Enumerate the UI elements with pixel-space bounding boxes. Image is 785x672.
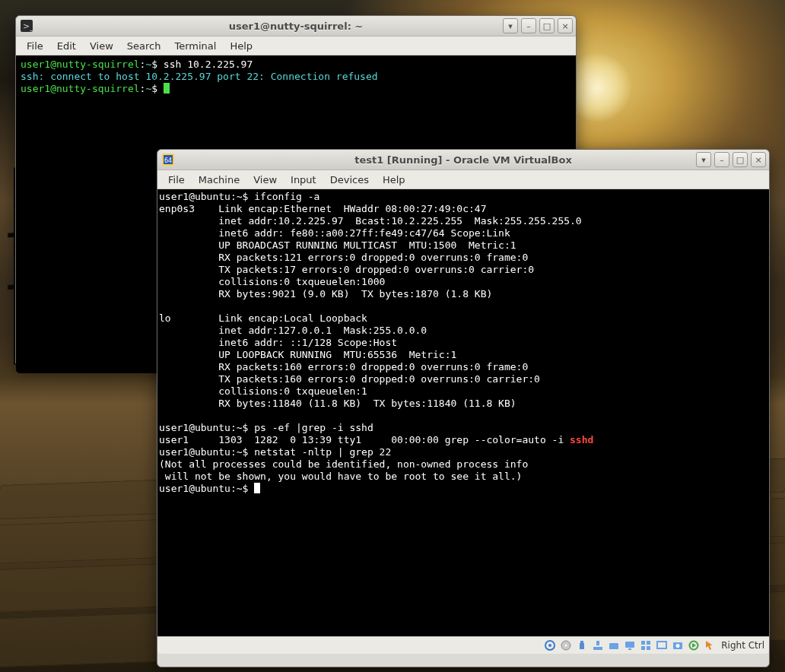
term-line: user1@ubuntu:~$ netstat -nltp | grep 22 <box>159 446 391 458</box>
snapshot-icon[interactable] <box>672 639 684 651</box>
menu-file[interactable]: File <box>162 172 191 188</box>
term-line: inet6 addr: ::1/128 Scope:Host <box>159 337 397 348</box>
host-titlebar[interactable]: >_ user1@nutty-squirrel: ~ ▾ – □ × <box>16 16 576 36</box>
menu-view[interactable]: View <box>247 172 283 188</box>
svg-rect-20 <box>657 642 666 648</box>
host-key-label: Right Ctrl <box>721 640 764 651</box>
menu-edit[interactable]: Edit <box>51 38 82 54</box>
svg-text:>_: >_ <box>23 21 33 31</box>
svg-rect-11 <box>593 647 602 650</box>
display-icon[interactable] <box>624 639 636 651</box>
menu-view[interactable]: View <box>84 38 119 54</box>
prompt-path: ~ <box>145 83 151 94</box>
minimize-button[interactable]: – <box>714 152 729 167</box>
term-line: user1 1303 1282 0 13:39 tty1 00:00:00 gr… <box>159 434 570 445</box>
svg-point-8 <box>565 645 567 647</box>
ssh-error: ssh: connect to host 10.2.225.97 port 22… <box>21 71 378 82</box>
menu-input[interactable]: Input <box>284 172 323 188</box>
vbox-window-title: test1 [Running] - Oracle VM VirtualBox <box>157 154 769 166</box>
window-menu-button[interactable]: ▾ <box>696 152 711 167</box>
cmd-text: ssh 10.2.225.97 <box>164 59 253 70</box>
shared-folder-icon[interactable] <box>608 639 620 651</box>
term-line: inet addr:127.0.0.1 Mask:255.0.0.0 <box>159 325 427 336</box>
menu-terminal[interactable]: Terminal <box>168 38 222 54</box>
cd-icon[interactable] <box>560 639 572 651</box>
svg-text:64: 64 <box>164 157 172 164</box>
term-line: RX packets:160 errors:0 dropped:0 overru… <box>159 361 528 372</box>
virtualbox-window[interactable]: 64 test1 [Running] - Oracle VM VirtualBo… <box>157 149 770 667</box>
cursor-icon <box>254 483 260 493</box>
term-line: user1@ubuntu:~$ <box>159 483 254 494</box>
usb-icon[interactable] <box>576 639 588 651</box>
minimize-button[interactable]: – <box>521 18 536 33</box>
svg-rect-12 <box>596 641 599 645</box>
svg-rect-13 <box>609 643 618 649</box>
term-line: collisions:0 txqueuelen:1000 <box>159 276 385 287</box>
svg-rect-15 <box>628 648 631 650</box>
term-line: collisions:0 txqueuelen:1 <box>159 385 367 397</box>
term-line: RX bytes:9021 (9.0 KB) TX bytes:1870 (1.… <box>159 288 492 300</box>
vbox-menubar: File Machine View Input Devices Help <box>157 170 769 189</box>
term-line: user1@ubuntu:~$ ifconfig -a <box>159 191 319 202</box>
host-window-title: user1@nutty-squirrel: ~ <box>16 21 576 32</box>
term-line: UP LOOPBACK RUNNING MTU:65536 Metric:1 <box>159 349 456 360</box>
svg-rect-19 <box>647 646 650 650</box>
svg-rect-16 <box>641 641 645 645</box>
close-button[interactable]: × <box>751 152 766 167</box>
window-menu-button[interactable]: ▾ <box>503 18 518 33</box>
svg-rect-17 <box>647 641 650 645</box>
settings-icon[interactable] <box>544 639 556 651</box>
term-line: RX packets:121 errors:0 dropped:0 overru… <box>159 252 528 263</box>
guest-terminal-output[interactable]: user1@ubuntu:~$ ifconfig -a enp0s3 Link … <box>157 189 769 636</box>
prompt-user: user1@nutty-squirrel <box>21 59 140 70</box>
term-line: UP BROADCAST RUNNING MULTICAST MTU:1500 … <box>159 239 516 251</box>
menu-devices[interactable]: Devices <box>324 172 375 188</box>
maximize-button[interactable]: □ <box>733 152 748 167</box>
fullscreen-icon[interactable] <box>640 639 652 651</box>
grep-match: sshd <box>570 434 593 445</box>
network-icon[interactable] <box>592 639 604 651</box>
terminal-icon: >_ <box>21 20 33 32</box>
recording-icon[interactable] <box>688 639 700 651</box>
term-line: TX packets:17 errors:0 dropped:0 overrun… <box>159 264 534 275</box>
term-line: inet6 addr: fe80::a00:27ff:fe49:c47/64 S… <box>159 227 510 239</box>
menu-help[interactable]: Help <box>377 172 412 188</box>
term-line: enp0s3 Link encap:Ethernet HWaddr 08:00:… <box>159 203 486 214</box>
menu-search[interactable]: Search <box>121 38 167 54</box>
svg-rect-14 <box>625 642 634 648</box>
maximize-button[interactable]: □ <box>539 18 555 33</box>
vbox-statusbar: Right Ctrl <box>157 636 769 654</box>
svg-rect-18 <box>641 646 645 650</box>
term-line: will not be shown, you would have to be … <box>159 471 522 482</box>
svg-point-22 <box>676 644 680 648</box>
vbox-titlebar[interactable]: 64 test1 [Running] - Oracle VM VirtualBo… <box>157 150 769 170</box>
menu-help[interactable]: Help <box>224 38 259 54</box>
term-line: (Not all processes could be identified, … <box>159 458 528 470</box>
term-line: TX packets:160 errors:0 dropped:0 overru… <box>159 373 540 385</box>
cursor-icon <box>164 83 170 94</box>
close-button[interactable]: × <box>558 18 573 33</box>
mouse-icon[interactable] <box>704 639 716 651</box>
svg-point-6 <box>548 644 551 647</box>
term-line: user1@ubuntu:~$ ps -ef |grep -i sshd <box>159 422 373 433</box>
virtualbox-icon: 64 <box>162 154 174 166</box>
term-line: inet addr:10.2.225.97 Bcast:10.2.225.255… <box>159 215 582 227</box>
seamless-icon[interactable] <box>656 639 668 651</box>
term-line: lo Link encap:Local Loopback <box>159 312 367 324</box>
host-menubar: File Edit View Search Terminal Help <box>16 36 576 55</box>
prompt-path: ~ <box>145 59 151 70</box>
menu-file[interactable]: File <box>21 38 49 54</box>
term-line: RX bytes:11840 (11.8 KB) TX bytes:11840 … <box>159 398 516 409</box>
prompt-user: user1@nutty-squirrel <box>21 83 140 94</box>
svg-rect-10 <box>580 643 584 649</box>
menu-machine[interactable]: Machine <box>192 172 246 188</box>
